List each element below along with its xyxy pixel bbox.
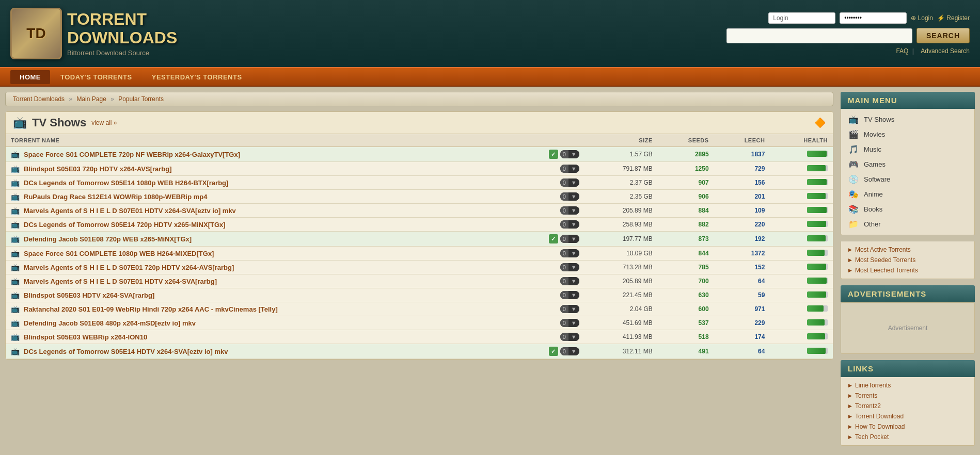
torrent-link[interactable]: Blindspot S05E03 WEBRip x264-ION10 [24, 333, 147, 341]
search-button[interactable]: SEARCH [916, 28, 970, 43]
vote-down-button[interactable]: ▼ [568, 277, 579, 285]
nav-today[interactable]: TODAY'S TORRENTS [51, 70, 141, 84]
vote-down-button[interactable]: ▼ [568, 291, 579, 299]
row-tv-icon: 📺 [11, 333, 20, 341]
breadcrumb-popular[interactable]: Popular Torrents [118, 95, 164, 103]
table-row: 📺 RuPauls Drag Race S12E14 WOWRip 1080p-… [6, 190, 833, 204]
vote-down-button[interactable]: ▼ [568, 192, 579, 201]
password-input[interactable] [840, 12, 907, 24]
torrent-seeds: 491 [658, 344, 714, 359]
sidebar-menu-item[interactable]: 📺TV Shows [841, 112, 974, 127]
external-link[interactable]: Torrentz2 [848, 401, 967, 411]
table-header-row: TORRENT NAME SIZE SEEDS LEECH HEALTH [6, 134, 833, 147]
torrent-link[interactable]: RuPauls Drag Race S12E14 WOWRip 1080p-WE… [24, 193, 207, 201]
torrent-actions-cell: 0 ▼ [510, 190, 584, 204]
advanced-search-link[interactable]: Advanced Search [921, 47, 970, 55]
login-link[interactable]: ⊕ Login [911, 14, 933, 22]
search-input[interactable] [726, 28, 912, 43]
row-tv-icon: 📺 [11, 150, 20, 158]
vote-count: 0 [560, 235, 568, 243]
sidebar-menu-item[interactable]: 🎬Movies [841, 127, 974, 142]
login-input[interactable] [768, 12, 835, 24]
torrent-seeds: 844 [658, 247, 714, 261]
nav-home[interactable]: HOME [10, 70, 50, 84]
col-leech: LEECH [714, 134, 770, 147]
vote-down-button[interactable]: ▼ [568, 305, 579, 313]
torrent-health [770, 218, 833, 232]
torrent-link[interactable]: Blindspot S05E03 HDTV x264-SVA[rarbg] [24, 291, 154, 299]
vote-down-button[interactable]: ▼ [568, 249, 579, 257]
tv-icon: 📺 [13, 116, 27, 129]
sidebar-menu-item[interactable]: 💿Software [841, 172, 974, 187]
menu-label: Software [864, 175, 890, 183]
vote-down-button[interactable]: ▼ [568, 263, 579, 271]
vote-down-button[interactable]: ▼ [568, 150, 579, 158]
sidebar-menu-item[interactable]: 🎮Games [841, 157, 974, 172]
vote-badge: 0 ▼ [560, 347, 579, 355]
vote-down-button[interactable]: ▼ [568, 319, 579, 327]
torrent-size: 411.93 MB [584, 330, 658, 344]
torrent-link[interactable]: DCs Legends of Tomorrow S05E14 1080p WEB… [24, 179, 228, 187]
torrent-link[interactable]: Raktanchal 2020 S01 E01-09 WebRip Hindi … [24, 305, 278, 313]
torrent-link[interactable]: DCs Legends of Tomorrow S05E14 720p HDTV… [24, 221, 226, 229]
torrent-leech: 201 [714, 190, 770, 204]
external-link[interactable]: Torrent Download [848, 411, 967, 421]
menu-icon: 📁 [848, 219, 859, 229]
torrent-link[interactable]: Space Force S01 COMPLETE 1080p WEB H264-… [24, 250, 214, 257]
section-title: 📺 TV Shows view all » [13, 116, 117, 129]
torrent-size: 205.89 MB [584, 274, 658, 288]
verified-badge: ✓ [549, 234, 558, 243]
vote-down-button[interactable]: ▼ [568, 178, 579, 187]
health-bar [807, 264, 828, 270]
torrent-link[interactable]: Defending Jacob S01E08 480p x264-mSD[ezt… [24, 319, 196, 327]
torrent-link[interactable]: Defending Jacob S01E08 720p WEB x265-MiN… [24, 235, 192, 243]
torrent-name-cell: 📺 DCs Legends of Tomorrow S05E14 1080p W… [6, 176, 510, 190]
breadcrumb: Torrent Downloads » Main Page » Popular … [5, 92, 833, 106]
torrent-link[interactable]: Marvels Agents of S H I E L D S07E01 720… [24, 264, 234, 271]
vote-down-button[interactable]: ▼ [568, 333, 579, 341]
vote-count: 0 [560, 178, 568, 187]
health-bar [807, 221, 828, 227]
quick-link[interactable]: Most Leeched Torrents [848, 265, 967, 275]
sidebar-menu-item[interactable]: 🎭Anime [841, 187, 974, 202]
quick-link[interactable]: Most Seeded Torrents [848, 255, 967, 265]
vote-down-button[interactable]: ▼ [568, 347, 579, 355]
row-tv-icon: 📺 [11, 206, 20, 215]
rss-icon[interactable]: 🔶 [814, 117, 826, 128]
external-link[interactable]: Torrents [848, 391, 967, 401]
torrent-leech: 59 [714, 288, 770, 302]
section-header: 📺 TV Shows view all » 🔶 [6, 112, 833, 134]
torrent-actions-cell: ✓ 0 ▼ [510, 147, 584, 162]
torrent-link[interactable]: Marvels Agents of S H I E L D S07E01 HDT… [24, 278, 217, 285]
faq-link[interactable]: FAQ [896, 47, 908, 55]
sidebar-menu-item[interactable]: 📁Other [841, 217, 974, 232]
breadcrumb-main[interactable]: Main Page [76, 95, 106, 103]
sidebar-menu-item[interactable]: 🎵Music [841, 142, 974, 157]
torrent-link[interactable]: Marvels Agents of S H I E L D S07E01 HDT… [24, 207, 236, 215]
register-link[interactable]: ⚡ Register [937, 14, 970, 22]
external-link[interactable]: LimeTorrents [848, 380, 967, 391]
torrent-link[interactable]: Blindspot S05E03 720p HDTV x264-AVS[rarb… [24, 165, 172, 173]
torrent-actions-cell: 0 ▼ [510, 274, 584, 288]
quick-link[interactable]: Most Active Torrents [848, 245, 967, 255]
torrent-link[interactable]: DCs Legends of Tomorrow S05E14 HDTV x264… [24, 348, 228, 355]
external-link[interactable]: How To Download [848, 421, 967, 432]
external-link[interactable]: Tech Pocket [848, 432, 967, 442]
health-bar [807, 333, 828, 339]
menu-icon: 🎬 [848, 129, 859, 139]
vote-down-button[interactable]: ▼ [568, 206, 579, 215]
vote-badge: 0 ▼ [560, 249, 579, 257]
vote-down-button[interactable]: ▼ [568, 235, 579, 243]
torrent-actions-cell: 0 ▼ [510, 162, 584, 176]
vote-down-button[interactable]: ▼ [568, 165, 579, 173]
torrent-link[interactable]: Space Force S01 COMPLETE 720p NF WEBRip … [24, 151, 240, 158]
vote-badge: 0 ▼ [560, 291, 579, 299]
vote-down-button[interactable]: ▼ [568, 220, 579, 229]
torrent-size: 2.04 GB [584, 302, 658, 316]
view-all-link[interactable]: view all » [91, 119, 117, 126]
row-tv-icon: 📺 [11, 178, 20, 187]
table-row: 📺 Marvels Agents of S H I E L D S07E01 H… [6, 204, 833, 218]
sidebar-menu-item[interactable]: 📚Books [841, 202, 974, 217]
breadcrumb-home[interactable]: Torrent Downloads [13, 95, 65, 103]
nav-yesterday[interactable]: YESTERDAY'S TORRENTS [143, 70, 251, 84]
